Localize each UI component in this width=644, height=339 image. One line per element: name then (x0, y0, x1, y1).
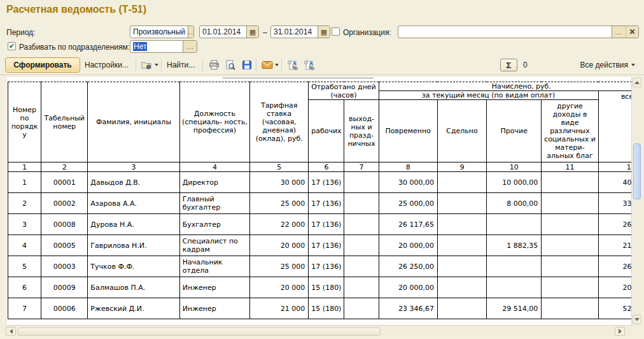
column-number-cell[interactable]: 2 (41, 162, 88, 172)
scroll-left-button[interactable] (6, 327, 16, 336)
table-cell[interactable]: Инженер (179, 298, 249, 319)
table-cell[interactable]: Инженер (179, 277, 249, 298)
table-cell[interactable]: 26 (598, 256, 631, 277)
column-number-cell[interactable]: 7 (344, 162, 379, 172)
table-cell[interactable]: Главный бухгалтер (179, 193, 249, 214)
table-cell[interactable]: 20 (598, 277, 631, 298)
table-cell[interactable] (487, 256, 542, 277)
table-cell[interactable]: 8 000,00 (487, 193, 542, 214)
mail-dropdown-icon[interactable] (275, 64, 279, 66)
table-cell[interactable]: 29 514,00 (487, 298, 542, 319)
table-cell[interactable]: 20 000 (250, 235, 309, 256)
organization-ellipsis-button[interactable]: ... (612, 26, 626, 38)
table-cell[interactable]: 25 000 (250, 256, 309, 277)
find-button[interactable]: Найти... (167, 61, 195, 69)
table-cell[interactable] (344, 256, 379, 277)
all-actions-button[interactable]: Все действия (580, 61, 635, 69)
table-cell[interactable] (542, 256, 598, 277)
table-cell[interactable]: 23 346,67 (379, 298, 437, 319)
organization-clear-icon[interactable]: ✕ (626, 26, 638, 38)
calendar-icon[interactable]: ▦ (246, 26, 258, 38)
table-cell[interactable] (542, 298, 598, 319)
table-cell[interactable]: 20 000,00 (379, 235, 437, 256)
horizontal-scrollbar-thumb[interactable] (18, 328, 381, 336)
table-cell[interactable]: 15 (180) (309, 277, 344, 298)
table-cell[interactable] (437, 235, 486, 256)
scroll-right-button[interactable] (615, 327, 625, 336)
table-cell[interactable]: 26 (598, 214, 631, 235)
table-cell[interactable]: 25 000,00 (379, 193, 437, 214)
table-cell[interactable] (487, 214, 542, 235)
table-cell[interactable]: 26 117,65 (379, 214, 437, 235)
table-cell[interactable] (437, 214, 486, 235)
table-cell[interactable] (437, 298, 486, 319)
table-cell[interactable] (344, 235, 379, 256)
table-cell[interactable] (437, 256, 486, 277)
column-number-cell[interactable]: 9 (437, 162, 486, 172)
table-cell[interactable]: 7 (8, 298, 41, 319)
organization-field[interactable]: ... ✕ (398, 25, 639, 38)
table-cell[interactable]: Ржевский Д.И. (88, 298, 179, 319)
column-number-cell[interactable]: 11 (542, 162, 598, 172)
table-cell[interactable]: 00003 (41, 256, 88, 277)
print-preview-icon[interactable] (223, 58, 237, 72)
split-by-departments-checkbox[interactable]: ✔ (8, 42, 16, 50)
table-cell[interactable]: 4 (8, 235, 41, 256)
table-cell[interactable]: 52 (598, 298, 631, 319)
column-number-cell[interactable]: 4 (179, 162, 249, 172)
table-cell[interactable]: 22 000 (250, 214, 309, 235)
report-variants-icon[interactable] (139, 58, 153, 72)
date-to-field[interactable]: 31.01.2014 ▦ (270, 25, 330, 38)
vertical-scrollbar-thumb[interactable] (633, 143, 641, 199)
table-cell[interactable]: Балмашов П.А. (88, 277, 179, 298)
table-cell[interactable]: 21 000 (250, 298, 309, 319)
table-cell[interactable]: 20 000,00 (379, 277, 437, 298)
column-number-cell[interactable]: 5 (250, 162, 309, 172)
period-type-field[interactable]: Произвольный ... (130, 25, 194, 38)
table-cell[interactable]: 00006 (41, 298, 88, 319)
table-cell[interactable]: 33 (598, 193, 631, 214)
table-cell[interactable]: 17 (136) (309, 172, 344, 193)
table-cell[interactable]: 21 (598, 235, 631, 256)
table-cell[interactable]: 17 (136) (309, 235, 344, 256)
table-cell[interactable] (344, 172, 379, 193)
table-cell[interactable] (437, 277, 486, 298)
save-icon[interactable] (240, 58, 254, 72)
column-number-cell[interactable]: 3 (88, 162, 179, 172)
calendar-icon[interactable]: ▦ (318, 26, 330, 38)
table-cell[interactable]: 1 (8, 172, 41, 193)
table-cell[interactable]: Азарова А.А. (88, 193, 179, 214)
table-cell[interactable]: 00009 (41, 277, 88, 298)
date-from-field[interactable]: 01.01.2014 ▦ (199, 25, 259, 38)
report-variants-dropdown-icon[interactable] (155, 64, 158, 66)
table-cell[interactable] (542, 214, 598, 235)
column-number-cell[interactable]: 6 (309, 162, 344, 172)
table-cell[interactable] (437, 172, 486, 193)
table-cell[interactable]: Гаврилова Н.И. (88, 235, 179, 256)
table-cell[interactable]: 20 000 (250, 277, 309, 298)
horizontal-scrollbar[interactable] (5, 325, 631, 337)
table-cell[interactable]: Директор (179, 172, 249, 193)
table-cell[interactable]: Начальник отдела (179, 256, 249, 277)
table-cell[interactable]: 40 (598, 172, 631, 193)
autosum-button[interactable]: Σ (500, 59, 517, 71)
print-icon[interactable] (207, 58, 221, 72)
table-cell[interactable] (487, 277, 542, 298)
table-cell[interactable] (542, 277, 598, 298)
table-cell[interactable]: 00008 (41, 214, 88, 235)
table-cell[interactable]: Тучков Ф.Ф. (88, 256, 179, 277)
mail-icon[interactable] (260, 58, 274, 72)
column-number-cell[interactable]: 1 (8, 162, 41, 172)
table-cell[interactable]: Давыдов Д.В. (88, 172, 179, 193)
generate-button[interactable]: Сформировать (5, 57, 80, 73)
table-cell[interactable]: 10 000,00 (487, 172, 542, 193)
table-cell[interactable]: 5 (8, 256, 41, 277)
split-by-departments-field[interactable]: Нет ... (130, 40, 197, 53)
period-type-ellipsis-button[interactable]: ... (188, 26, 194, 38)
table-cell[interactable]: Бухгалтер (179, 214, 249, 235)
table-cell[interactable]: 1 882,35 (487, 235, 542, 256)
table-cell[interactable] (542, 193, 598, 214)
table-cell[interactable]: Специалист по кадрам (179, 235, 249, 256)
organization-checkbox[interactable] (332, 27, 340, 36)
column-number-cell[interactable]: 10 (487, 162, 542, 172)
